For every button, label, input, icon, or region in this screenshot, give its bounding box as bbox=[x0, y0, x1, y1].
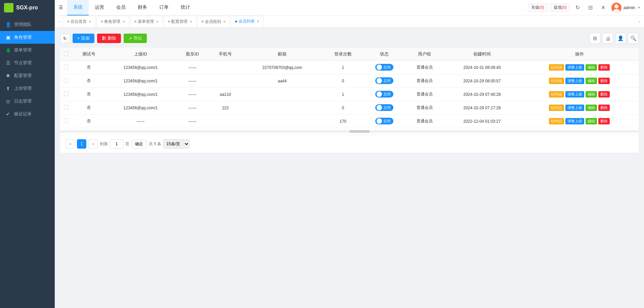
confirm-goto-button[interactable]: 确定 bbox=[131, 140, 147, 148]
tab-close-config-mgmt[interactable]: ✕ bbox=[189, 20, 192, 24]
tab-scroll-right[interactable]: › bbox=[636, 15, 643, 28]
tab-close-backend-home[interactable]: ✕ bbox=[89, 20, 91, 24]
row-checkbox-4[interactable] bbox=[64, 118, 69, 123]
tab-config-mgmt[interactable]: 配置管理 ✕ bbox=[164, 16, 197, 27]
export-button-label: 导出 bbox=[133, 35, 142, 41]
column-settings-button[interactable]: 👤 bbox=[615, 33, 626, 44]
btn-tiaozheng-4[interactable]: 调整上级 bbox=[565, 118, 584, 124]
status-toggle-1[interactable]: 启用 bbox=[375, 77, 393, 84]
nav-hamburger[interactable]: ☰ bbox=[55, 0, 67, 15]
cell-email-4 bbox=[242, 115, 323, 128]
btn-zhanneixin-4[interactable]: 站内信 bbox=[549, 118, 564, 124]
status-toggle-4[interactable]: 启用 bbox=[375, 118, 393, 124]
row-checkbox-1[interactable] bbox=[64, 78, 69, 83]
status-label-2: 启用 bbox=[383, 92, 391, 97]
page-label: 页 bbox=[125, 141, 129, 147]
tab-dot bbox=[134, 21, 136, 23]
btn-tiaozheng-1[interactable]: 调整上级 bbox=[565, 78, 584, 84]
tab-close-member-group[interactable]: ✕ bbox=[223, 20, 226, 24]
btn-shanchu-0[interactable]: 删除 bbox=[598, 64, 610, 71]
tab-close-role-mgmt[interactable]: ✕ bbox=[122, 20, 125, 24]
nav-item-orders[interactable]: 订单 bbox=[153, 0, 175, 15]
btn-bianji-2[interactable]: 编辑 bbox=[586, 91, 597, 98]
select-all-checkbox[interactable] bbox=[64, 51, 69, 56]
nav-item-operations[interactable]: 运营 bbox=[89, 0, 110, 15]
page-size-select[interactable]: 15条/页 30条/页 50条/页 100条/页 bbox=[163, 139, 189, 149]
btn-zhanneixin-1[interactable]: 站内信 bbox=[549, 78, 564, 84]
cell-email-1: aa44 bbox=[242, 74, 323, 88]
sidebar-item-upload-mgmt[interactable]: ⬆ 上传管理 bbox=[0, 82, 55, 95]
cell-actions-1: 站内信 调整上级 编辑 删除 bbox=[520, 74, 639, 88]
btn-bianji-3[interactable]: 编辑 bbox=[586, 105, 597, 111]
status-toggle-0[interactable]: 启用 bbox=[375, 64, 393, 71]
btn-zhanneixin-3[interactable]: 站内信 bbox=[549, 105, 564, 111]
btn-tiaozheng-3[interactable]: 调整上级 bbox=[565, 105, 584, 111]
search-button[interactable]: 🔍 bbox=[628, 33, 639, 44]
btn-shanchu-1[interactable]: 删除 bbox=[598, 78, 610, 84]
tab-backend-home[interactable]: 后台首页 ✕ bbox=[63, 16, 96, 27]
grid-icon: ⊞ bbox=[593, 35, 597, 41]
nav-item-system[interactable]: 系统 bbox=[67, 0, 89, 15]
btn-zhanneixin-0[interactable]: 站内信 bbox=[549, 64, 564, 71]
nav-item-members[interactable]: 会员 bbox=[110, 0, 132, 15]
btn-bianji-1[interactable]: 编辑 bbox=[586, 78, 597, 84]
sidebar-item-menu-mgmt[interactable]: 🌲 菜单管理 bbox=[0, 44, 55, 56]
prev-page-button[interactable]: ‹ bbox=[66, 139, 75, 149]
goto-page-input[interactable] bbox=[110, 139, 123, 149]
nav-item-finance[interactable]: 财务 bbox=[132, 0, 153, 15]
cell-test-4: 否 bbox=[72, 115, 105, 128]
refresh-button[interactable]: ↻ bbox=[60, 34, 70, 43]
tab-close-menu-mgmt[interactable]: ✕ bbox=[156, 20, 159, 24]
sidebar-item-node-mgmt[interactable]: ☰ 节点管理 bbox=[0, 56, 55, 69]
row-checkbox-3[interactable] bbox=[64, 105, 69, 110]
row-checkbox-2[interactable] bbox=[64, 91, 69, 96]
btn-shanchu-3[interactable]: 删除 bbox=[598, 105, 610, 111]
print-button[interactable]: 🖨 bbox=[602, 33, 613, 44]
col-user-group: 用户组 bbox=[405, 48, 444, 61]
btn-shanchu-4[interactable]: 删除 bbox=[598, 118, 610, 124]
add-button[interactable]: + 添加 bbox=[73, 34, 94, 43]
cell-status-0: 启用 bbox=[363, 61, 405, 74]
sidebar-item-manage-team[interactable]: 👤 管理团队 bbox=[0, 18, 55, 31]
refresh-icon: ↻ bbox=[63, 36, 67, 41]
cell-email-0: 2270708703@qq.com bbox=[242, 61, 323, 74]
col-phone: 手机号 bbox=[209, 48, 242, 61]
btn-tiaozheng-0[interactable]: 调整上级 bbox=[565, 64, 584, 71]
withdraw-button[interactable]: 提现(0) bbox=[551, 4, 570, 11]
status-toggle-2[interactable]: 启用 bbox=[375, 91, 393, 98]
tab-role-mgmt[interactable]: 角色管理 ✕ bbox=[96, 16, 129, 27]
tab-menu-mgmt[interactable]: 菜单管理 ✕ bbox=[130, 16, 163, 27]
nav-item-stats[interactable]: 统计 bbox=[175, 0, 196, 15]
close-icon-btn[interactable]: ✕ bbox=[599, 3, 608, 12]
sidebar-item-log-mgmt[interactable]: ◎ 日志管理 bbox=[0, 95, 55, 108]
page-1-button[interactable]: 1 bbox=[77, 139, 86, 149]
btn-tiaozheng-2[interactable]: 调整上级 bbox=[565, 91, 584, 98]
btn-bianji-0[interactable]: 编辑 bbox=[586, 64, 597, 71]
sidebar-item-config-mgmt[interactable]: ✱ 配置管理 bbox=[0, 69, 55, 82]
sidebar-item-role-mgmt[interactable]: ▣ 角色管理 bbox=[0, 31, 55, 44]
cell-test-2: 否 bbox=[72, 88, 105, 101]
sidebar-item-verify-record[interactable]: ✔ 验证记录 bbox=[0, 108, 55, 120]
cell-login-count-1: 0 bbox=[323, 74, 363, 88]
bookmark-icon-btn[interactable]: ⊟ bbox=[586, 3, 595, 12]
tab-member-list[interactable]: 会员列表 ✕ bbox=[231, 16, 264, 27]
table-scrollbar[interactable] bbox=[60, 130, 639, 133]
recharge-button[interactable]: 充值(0) bbox=[528, 4, 547, 11]
cell-parent-id-4: ------ bbox=[105, 115, 176, 128]
refresh-icon-btn[interactable]: ↻ bbox=[573, 3, 583, 12]
export-button[interactable]: ↗ 导出 bbox=[124, 34, 147, 43]
btn-bianji-4[interactable]: 编辑 bbox=[586, 118, 597, 124]
tab-member-group[interactable]: 会员组别 ✕ bbox=[197, 16, 230, 27]
admin-avatar-area[interactable]: admin ▼ bbox=[611, 3, 641, 13]
delete-button[interactable]: 删 删除 bbox=[97, 34, 121, 43]
tab-dot-active bbox=[235, 21, 237, 23]
status-toggle-3[interactable]: 启用 bbox=[375, 104, 393, 111]
next-page-button[interactable]: › bbox=[88, 139, 98, 149]
tab-scroll-left[interactable]: ‹ bbox=[56, 15, 63, 28]
tab-label-member-group: 会员组别 bbox=[205, 19, 221, 25]
grid-view-button[interactable]: ⊞ bbox=[590, 33, 600, 44]
btn-shanchu-2[interactable]: 删除 bbox=[598, 91, 610, 98]
tab-close-member-list[interactable]: ✕ bbox=[257, 20, 259, 23]
btn-zhanneixin-2[interactable]: 站内信 bbox=[549, 91, 564, 98]
row-checkbox-0[interactable] bbox=[64, 65, 69, 69]
